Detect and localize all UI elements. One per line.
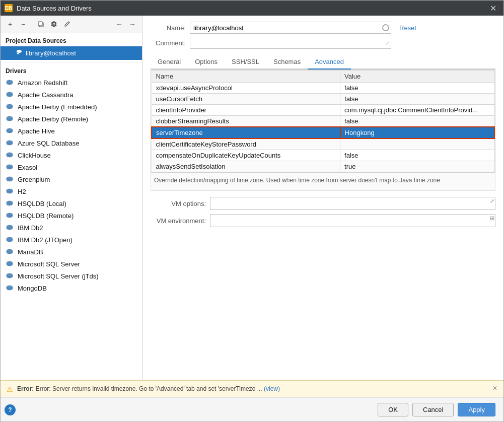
settings-button[interactable] bbox=[48, 19, 59, 30]
vm-options-input[interactable] bbox=[210, 197, 495, 210]
driver-name: Azure SQL Database bbox=[18, 139, 79, 147]
vm-environment-input[interactable] bbox=[210, 214, 495, 227]
prop-name-cell: clientCertificateKeyStorePassword bbox=[152, 138, 340, 150]
ok-button[interactable]: OK bbox=[378, 403, 408, 416]
comment-input[interactable] bbox=[190, 37, 391, 49]
driver-item[interactable]: Microsoft SQL Server (jTds) bbox=[1, 270, 142, 282]
copy-button[interactable] bbox=[35, 19, 46, 30]
driver-icon bbox=[6, 272, 14, 280]
driver-icon bbox=[6, 248, 14, 256]
table-row[interactable]: clientCertificateKeyStorePassword bbox=[152, 138, 494, 150]
driver-icon bbox=[6, 199, 14, 207]
driver-item[interactable]: HSQLDB (Remote) bbox=[1, 209, 142, 222]
add-button[interactable]: + bbox=[5, 19, 16, 30]
tab-schemas[interactable]: Schemas bbox=[266, 55, 308, 69]
expand-icon: ⤢ bbox=[385, 40, 389, 46]
reset-button[interactable]: Reset bbox=[399, 24, 416, 32]
driver-item[interactable]: MariaDB bbox=[1, 246, 142, 258]
driver-item[interactable]: IBM Db2 (JTOpen) bbox=[1, 234, 142, 246]
svg-point-18 bbox=[7, 273, 13, 276]
prop-name-cell: clientInfoProvider bbox=[152, 105, 340, 116]
separator-1 bbox=[32, 20, 32, 28]
driver-name: IBM Db2 (JTOpen) bbox=[18, 236, 73, 244]
error-view-link[interactable]: (view) bbox=[264, 385, 280, 392]
table-row[interactable]: compensateOnDuplicateKeyUpdateCountsfals… bbox=[152, 150, 494, 161]
table-row[interactable]: clientInfoProvidercom.mysql.cj.jdbc.Comm… bbox=[152, 105, 494, 116]
comment-input-wrap: ⤢ bbox=[190, 37, 391, 49]
driver-item[interactable]: Greenplum bbox=[1, 173, 142, 185]
tab-options[interactable]: Options bbox=[188, 55, 225, 69]
driver-icon bbox=[6, 187, 14, 195]
table-row[interactable]: alwaysSendSetIsolationtrue bbox=[152, 161, 494, 172]
svg-point-5 bbox=[7, 116, 13, 119]
driver-name: Apache Cassandra bbox=[18, 91, 74, 99]
prop-value-cell bbox=[340, 138, 494, 150]
datasource-icon bbox=[16, 49, 23, 57]
comment-label: Comment: bbox=[151, 39, 186, 47]
driver-name: Apache Derby (Embedded) bbox=[18, 103, 97, 111]
window-title: Data Sources and Drivers bbox=[17, 5, 487, 12]
driver-item[interactable]: H2 bbox=[1, 185, 142, 197]
footer: ? OK Cancel Apply bbox=[1, 397, 503, 421]
driver-name: Exasol bbox=[18, 164, 37, 171]
apply-button[interactable]: Apply bbox=[458, 403, 495, 416]
remove-button[interactable]: − bbox=[18, 19, 29, 30]
svg-point-8 bbox=[7, 153, 13, 156]
edit-button[interactable] bbox=[61, 19, 73, 30]
selected-datasource[interactable]: library@localhost bbox=[1, 46, 142, 60]
driver-item[interactable]: HSQLDB (Local) bbox=[1, 197, 142, 209]
error-close-button[interactable]: ✕ bbox=[492, 385, 497, 392]
driver-name: Microsoft SQL Server bbox=[18, 260, 80, 268]
tab-advanced[interactable]: Advanced bbox=[308, 55, 351, 69]
tab-general[interactable]: General bbox=[151, 55, 188, 69]
nav-buttons: ← → bbox=[114, 19, 138, 30]
driver-item[interactable]: Apache Hive bbox=[1, 125, 142, 137]
cancel-button[interactable]: Cancel bbox=[412, 403, 454, 416]
driver-name: Apache Hive bbox=[18, 127, 55, 135]
vm-environment-expand-icon[interactable]: ⊞ bbox=[490, 215, 494, 222]
driver-icon bbox=[6, 79, 14, 87]
driver-item[interactable]: Azure SQL Database bbox=[1, 137, 142, 149]
prop-name-cell: alwaysSendSetIsolation bbox=[152, 161, 340, 172]
prop-value-cell: false bbox=[340, 116, 494, 127]
driver-item[interactable]: Microsoft SQL Server bbox=[1, 258, 142, 270]
prop-value-cell: false bbox=[340, 94, 494, 105]
name-input-wrap bbox=[190, 22, 391, 34]
driver-item[interactable]: MongoDB bbox=[1, 282, 142, 294]
table-row[interactable]: useCursorFetchfalse bbox=[152, 94, 494, 105]
driver-item[interactable]: Apache Cassandra bbox=[1, 89, 142, 101]
table-row[interactable]: xdevapi.useAsyncProtocolfalse bbox=[152, 83, 494, 94]
driver-name: Microsoft SQL Server (jTds) bbox=[18, 272, 99, 280]
property-description: Override detection/mapping of time zone.… bbox=[151, 173, 495, 191]
properties-table: Name Value xdevapi.useAsyncProtocolfalse… bbox=[151, 70, 495, 172]
forward-button[interactable]: → bbox=[127, 19, 138, 30]
close-button[interactable]: ✕ bbox=[487, 2, 499, 15]
help-button[interactable]: ? bbox=[5, 404, 16, 415]
bottom-area: ⚠ Error: Error: Server returns invalid t… bbox=[1, 380, 503, 421]
vm-options-input-wrap: ⤢ bbox=[210, 197, 495, 210]
tab-ssh-ssl[interactable]: SSH/SSL bbox=[225, 55, 266, 69]
vm-options-expand-icon[interactable]: ⤢ bbox=[490, 198, 494, 204]
table-row[interactable]: serverTimezoneHongkong bbox=[152, 127, 494, 138]
driver-item[interactable]: ClickHouse bbox=[1, 149, 142, 161]
driver-item[interactable]: Apache Derby (Embedded) bbox=[1, 101, 142, 113]
prop-value-cell: Hongkong bbox=[340, 127, 494, 138]
vm-environment-input-wrap: ⊞ bbox=[210, 214, 495, 227]
error-message: Error: Error: Server returns invalid tim… bbox=[17, 385, 484, 393]
driver-item[interactable]: Apache Derby (Remote) bbox=[1, 113, 142, 125]
back-button[interactable]: ← bbox=[114, 19, 125, 30]
vm-options-row: VM options: ⤢ bbox=[151, 197, 495, 210]
driver-item[interactable]: IBM Db2 bbox=[1, 222, 142, 234]
driver-name: IBM Db2 bbox=[18, 224, 43, 232]
driver-icon bbox=[6, 163, 14, 171]
vm-environment-label: VM environment: bbox=[151, 217, 206, 225]
driver-icon bbox=[6, 236, 14, 244]
driver-item[interactable]: Amazon Redshift bbox=[1, 77, 142, 89]
name-input[interactable] bbox=[190, 22, 391, 34]
driver-icon bbox=[6, 151, 14, 159]
prop-name-cell: useCursorFetch bbox=[152, 94, 340, 105]
svg-point-17 bbox=[7, 261, 13, 264]
table-row[interactable]: clobberStreamingResultsfalse bbox=[152, 116, 494, 127]
left-toolbar: + − ← → bbox=[1, 16, 142, 33]
driver-item[interactable]: Exasol bbox=[1, 161, 142, 173]
